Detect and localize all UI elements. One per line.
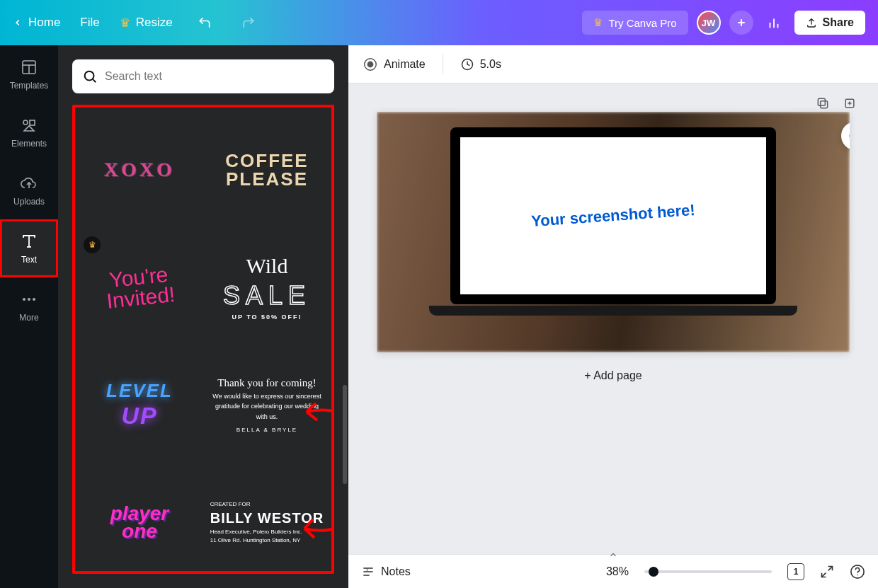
add-member-button[interactable]	[729, 11, 753, 35]
zoom-slider-thumb[interactable]	[649, 567, 658, 577]
coffee-line1: COFFEE	[225, 151, 308, 170]
text-template-gallery: XOXO COFFEE PLEASE ♛ You're Invited! Wil…	[72, 105, 334, 574]
duration-label: 5.0s	[480, 58, 501, 71]
search-input[interactable]	[105, 70, 324, 83]
status-right: 38% 1	[606, 563, 865, 580]
svg-rect-10	[30, 120, 35, 125]
upload-icon	[806, 17, 817, 28]
file-label: File	[80, 16, 99, 30]
svg-line-19	[93, 79, 96, 82]
nav-text[interactable]: Text	[0, 219, 58, 277]
annotation-arrow-icon	[296, 511, 334, 546]
notes-icon	[361, 565, 375, 579]
text-template-invited[interactable]: ♛ You're Invited!	[78, 231, 201, 344]
fullscreen-button[interactable]	[820, 565, 834, 579]
nav-uploads-label: Uploads	[13, 197, 45, 207]
page-tools	[816, 96, 857, 110]
help-button[interactable]	[850, 564, 865, 580]
elements-icon	[20, 116, 38, 134]
canvas-page[interactable]: Your screenshot here!	[377, 112, 850, 352]
add-page-label: + Add page	[584, 369, 642, 381]
text-template-player-one[interactable]: player one	[78, 466, 201, 574]
text-template-level-up[interactable]: LEVEL UP	[78, 348, 201, 461]
redo-button[interactable]	[236, 11, 261, 35]
clock-icon	[460, 57, 474, 71]
nav-more[interactable]: More	[0, 277, 58, 335]
svg-marker-11	[24, 126, 34, 131]
crown-icon: ♛	[593, 16, 603, 29]
canvas-toolbar: Animate 5.0s	[348, 45, 878, 83]
avatar-initials: JW	[702, 18, 716, 28]
nav-templates[interactable]: Templates	[0, 45, 58, 103]
top-bar: Home File ♛ Resize ♛ Try Canva Pro JW	[0, 0, 878, 45]
level-label: LEVEL	[106, 380, 173, 402]
template-label: LEVEL UP	[106, 380, 173, 430]
topbar-right: ♛ Try Canva Pro JW Share	[582, 11, 865, 35]
insights-button[interactable]	[762, 11, 786, 35]
text-template-coffee[interactable]: COFFEE PLEASE	[205, 113, 329, 226]
text-panel: XOXO COFFEE PLEASE ♛ You're Invited! Wil…	[58, 45, 348, 588]
animate-label: Animate	[384, 58, 426, 71]
add-page-above-button[interactable]	[843, 96, 857, 110]
player-line2: one	[110, 522, 169, 540]
add-page-button[interactable]: + Add page	[377, 369, 850, 382]
svg-point-18	[85, 71, 94, 81]
up-label: UP	[121, 402, 157, 430]
animate-button[interactable]: Animate	[363, 57, 426, 72]
template-label: XOXO	[104, 158, 175, 181]
undo-button[interactable]	[193, 11, 217, 35]
divider	[443, 54, 443, 74]
text-template-wild-sale[interactable]: Wild SALE UP TO 50% OFF!	[205, 231, 329, 344]
panel-scrollbar[interactable]	[343, 385, 347, 484]
duration-button[interactable]: 5.0s	[460, 57, 501, 71]
resize-label: Resize	[136, 16, 173, 30]
search-text-field[interactable]	[72, 59, 334, 93]
svg-point-17	[33, 298, 35, 301]
animate-icon	[363, 57, 378, 72]
search-icon	[82, 69, 98, 84]
crown-icon: ♛	[120, 16, 130, 30]
home-label: Home	[28, 16, 60, 30]
try-pro-button[interactable]: ♛ Try Canva Pro	[582, 11, 688, 35]
avatar[interactable]: JW	[697, 11, 721, 35]
canvas-scroll[interactable]: Your screenshot here! + Add page	[348, 83, 878, 554]
text-template-xoxo[interactable]: XOXO	[78, 113, 201, 226]
home-button[interactable]: Home	[13, 16, 60, 30]
billy-created: CREATED FOR	[210, 500, 324, 508]
screenshot-placeholder-text: Your screenshot here!	[530, 201, 695, 231]
notes-button[interactable]: Notes	[361, 565, 411, 579]
cloud-upload-icon	[20, 174, 38, 192]
nav-text-label: Text	[21, 255, 37, 265]
share-button[interactable]: Share	[794, 11, 865, 35]
duplicate-page-button[interactable]	[816, 96, 830, 110]
page-count-button[interactable]: 1	[787, 563, 804, 580]
nav-uploads[interactable]: Uploads	[0, 161, 58, 219]
file-menu[interactable]: File	[80, 16, 99, 30]
svg-line-32	[828, 566, 833, 570]
chevron-left-icon	[13, 18, 23, 28]
svg-point-21	[367, 62, 372, 67]
expand-timeline-button[interactable]	[599, 549, 627, 560]
template-label: Wild SALE UP TO 50% OFF!	[223, 254, 311, 321]
resize-button[interactable]: ♛ Resize	[120, 16, 173, 30]
svg-line-33	[822, 572, 826, 577]
svg-point-15	[23, 298, 25, 301]
zoom-slider[interactable]	[644, 570, 772, 573]
thank-title: Thank you for coming!	[210, 374, 324, 391]
nav-elements[interactable]: Elements	[0, 103, 58, 161]
svg-rect-24	[818, 98, 825, 105]
nav-elements-label: Elements	[11, 139, 47, 149]
pro-badge-icon: ♛	[84, 236, 101, 253]
coffee-line2: PLEASE	[225, 170, 308, 188]
more-icon	[20, 290, 38, 309]
svg-rect-23	[821, 101, 828, 108]
svg-point-35	[857, 574, 857, 575]
topbar-left: Home File ♛ Resize	[13, 11, 261, 35]
nav-templates-label: Templates	[10, 81, 49, 91]
saleoff-label: UP TO 50% OFF!	[232, 313, 302, 321]
share-label: Share	[823, 16, 854, 29]
text-icon	[20, 232, 38, 250]
laptop-screen: Your screenshot here!	[450, 127, 776, 304]
zoom-value: 38%	[606, 565, 629, 578]
svg-point-9	[23, 120, 28, 125]
